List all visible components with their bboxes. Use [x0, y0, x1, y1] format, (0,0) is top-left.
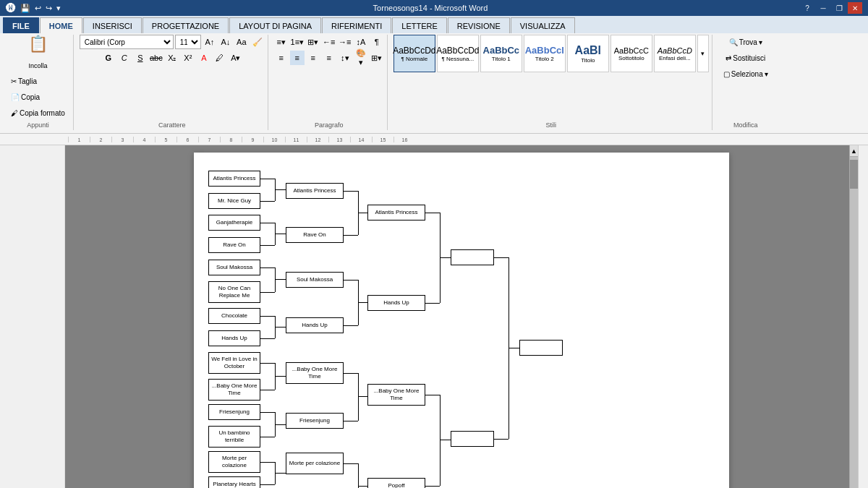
r4-1: [451, 249, 494, 265]
group-paragrafo: ≡▾ 1≡▾ ⊞▾ ←≡ →≡ ↕A ¶ ≡ ≡ ≡ ≡ ↕▾ 🎨▾ ⊞▾ Pa…: [271, 35, 388, 130]
r3-3: ...Baby One More Time: [367, 384, 425, 406]
trova-icon: 🔍: [729, 38, 738, 46]
tab-inserisci[interactable]: INSERISCI: [83, 17, 142, 33]
tab-progettazione[interactable]: PROGETTAZIONE: [142, 17, 229, 33]
sostituisci-button[interactable]: ⇄ Sostituisci: [720, 51, 770, 65]
case-button[interactable]: Aa: [234, 35, 249, 49]
r2-1: Atlantis Princess: [286, 183, 344, 199]
bold-button[interactable]: G: [101, 51, 116, 65]
clear-format-button[interactable]: 🧹: [250, 35, 265, 49]
ribbon-toolbar: 📋 Incolla ✂ Taglia 📄 Copia 🖌 Copia forma…: [0, 33, 868, 134]
r1-14: Planetary Hearts: [208, 476, 260, 488]
incolla-label: Incolla: [28, 62, 47, 69]
bracket-diagram: Atlantis Princess Mr. Nice Guy Ganjather…: [201, 167, 722, 488]
r1-7: Chocolate: [208, 308, 260, 324]
group-modifica: 🔍 Trova ▾ ⇄ Sostituisci ▢ Seleziona ▾ Mo…: [715, 35, 776, 130]
highlight-button[interactable]: 🖊: [213, 51, 227, 65]
group-appunti: 📋 Incolla ✂ Taglia 📄 Copia 🖌 Copia forma…: [3, 35, 74, 130]
document-page: Atlantis Princess Mr. Nice Guy Ganjather…: [194, 153, 729, 488]
tab-revisione[interactable]: REVISIONE: [448, 17, 510, 33]
line-spacing-button[interactable]: ↕▾: [338, 51, 352, 65]
minimize-button[interactable]: ─: [816, 2, 830, 14]
style-normale[interactable]: AaBbCcDd ¶ Normale: [393, 35, 435, 72]
show-marks-button[interactable]: ¶: [370, 35, 384, 49]
align-center-button[interactable]: ≡: [290, 51, 305, 65]
r3-2: Hands Up: [367, 295, 425, 311]
bullets-button[interactable]: ≡▾: [274, 35, 289, 49]
superscript-button[interactable]: X²: [181, 51, 195, 65]
tab-layout[interactable]: LAYOUT DI PAGINA: [229, 17, 321, 33]
incolla-button[interactable]: 📋 Incolla: [23, 35, 52, 72]
font-size-select[interactable]: 11: [175, 35, 201, 49]
style-enfasi[interactable]: AaBbCcD Enfasi deli...: [654, 35, 696, 72]
document-area[interactable]: Atlantis Princess Mr. Nice Guy Ganjather…: [65, 145, 858, 488]
multilevel-button[interactable]: ⊞▾: [306, 35, 320, 49]
seleziona-button[interactable]: ▢ Seleziona ▾: [718, 67, 773, 81]
r1-6: No One Can Replace Me: [208, 281, 260, 303]
increase-indent-button[interactable]: →≡: [338, 35, 352, 49]
tab-lettere[interactable]: LETTERE: [392, 17, 447, 33]
scrollbar[interactable]: ▲ ▼: [849, 145, 858, 488]
copia-button[interactable]: 📄 Copia: [6, 90, 70, 104]
sostituisci-icon: ⇄: [726, 54, 731, 62]
borders-button[interactable]: ⊞▾: [370, 51, 384, 65]
trova-button[interactable]: 🔍 Trova ▾: [724, 35, 767, 49]
titlebar: 🅦 💾 ↩ ↪ ▾ Torneosongs14 - Microsoft Word…: [0, 0, 868, 16]
align-left-button[interactable]: ≡: [274, 51, 289, 65]
formato-icon: 🖌: [11, 109, 18, 117]
group-carattere: Calibri (Corp 11 A↑ A↓ Aa 🧹 G C S abc X₂…: [77, 35, 268, 130]
italic-button[interactable]: C: [117, 51, 132, 65]
r1-3: Ganjatherapie: [208, 215, 260, 231]
r3-4: Popoff: [367, 478, 425, 488]
ribbon-tabs: FILE HOME INSERISCI PROGETTAZIONE LAYOUT…: [0, 16, 868, 33]
scroll-thumb[interactable]: [850, 160, 858, 189]
subscript-button[interactable]: X₂: [165, 51, 179, 65]
ruler: 1 2 3 4 5 6 7 8 9 10 11 12 13 14 15 16: [0, 134, 868, 145]
r2-7: Morte per colazione: [286, 453, 344, 474]
sort-button[interactable]: ↕A: [354, 35, 368, 49]
tab-file[interactable]: FILE: [3, 17, 39, 33]
tab-visualizza[interactable]: VISUALIZZA: [511, 17, 575, 33]
r5-1: [519, 340, 563, 356]
tab-home[interactable]: HOME: [40, 17, 82, 33]
style-titolo1[interactable]: AaBbCc Titolo 1: [480, 35, 522, 72]
tab-riferimenti[interactable]: RIFERIMENTI: [322, 17, 391, 33]
help-button[interactable]: ?: [800, 2, 814, 14]
font-grow-button[interactable]: A↑: [203, 35, 217, 49]
restore-button[interactable]: ❐: [832, 2, 846, 14]
shading-button[interactable]: 🎨▾: [354, 51, 368, 65]
style-more[interactable]: ▾: [697, 35, 709, 72]
style-nessuna[interactable]: AaBbCcDd ¶ Nessuna...: [437, 35, 479, 72]
style-sottotitolo[interactable]: AaBbCcC Sottotitolo: [610, 35, 652, 72]
underline-button[interactable]: S: [133, 51, 148, 65]
strikethrough-button[interactable]: abc: [149, 51, 163, 65]
style-titolo2[interactable]: AaBbCcl Titolo 2: [524, 35, 566, 72]
taglia-button[interactable]: ✂ Taglia: [6, 74, 70, 88]
text-color-button[interactable]: A▾: [229, 51, 243, 65]
incolla-icon: 📋: [28, 35, 48, 53]
left-margin: [0, 145, 65, 488]
r1-9: We Fell in Love in October: [208, 352, 260, 374]
r4-2: [451, 431, 494, 447]
style-titolo[interactable]: AaBl Titolo: [567, 35, 609, 72]
r1-12: Un bambino terribile: [208, 426, 260, 448]
r1-2: Mr. Nice Guy: [208, 193, 260, 209]
close-button[interactable]: ✕: [848, 2, 862, 14]
r1-1: Atlantis Princess: [208, 171, 260, 187]
r1-10: ...Baby One More Time: [208, 379, 260, 401]
font-name-select[interactable]: Calibri (Corp: [80, 35, 174, 49]
taglia-icon: ✂: [11, 77, 17, 85]
decrease-indent-button[interactable]: ←≡: [322, 35, 336, 49]
justify-button[interactable]: ≡: [322, 51, 336, 65]
numbering-button[interactable]: 1≡▾: [290, 35, 305, 49]
r1-13: Morte per colazione: [208, 451, 260, 473]
font-color-button[interactable]: A: [197, 51, 211, 65]
align-right-button[interactable]: ≡: [306, 51, 320, 65]
r2-6: Friesenjung: [286, 413, 344, 429]
main-area: Atlantis Princess Mr. Nice Guy Ganjather…: [0, 145, 868, 488]
r2-4: Hands Up: [286, 317, 344, 333]
scroll-up[interactable]: ▲: [850, 145, 858, 157]
copia-formato-button[interactable]: 🖌 Copia formato: [6, 106, 70, 120]
style-gallery: AaBbCcDd ¶ Normale AaBbCcDd ¶ Nessuna...…: [393, 35, 709, 72]
font-shrink-button[interactable]: A↓: [218, 35, 233, 49]
